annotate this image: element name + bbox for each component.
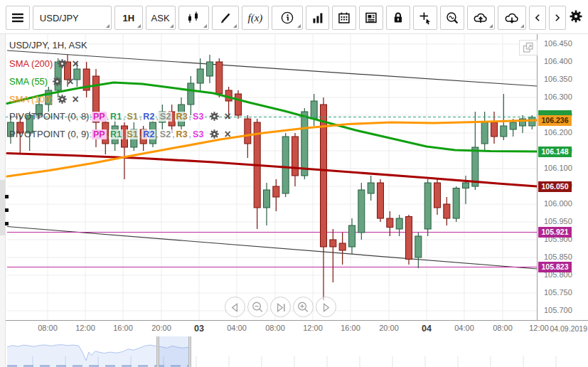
legend-pivotpoint-9: PIVOTPOINT (0, 9) : PP, R1, S1, R2, S2, … xyxy=(9,129,231,139)
symbol-label: USD/JPY xyxy=(40,13,79,23)
zoom-out-icon xyxy=(248,297,267,317)
expand-chart-button[interactable] xyxy=(519,40,538,55)
volume-button[interactable] xyxy=(306,6,330,30)
price-tick-label: 106.000 xyxy=(544,199,572,208)
go-to-end-button[interactable] xyxy=(270,297,291,317)
pivot-token-r3: R3 xyxy=(175,112,189,122)
pivot-token-r2: R2 xyxy=(141,129,156,139)
pan-left-button[interactable] xyxy=(225,297,245,317)
chevron-left-icon xyxy=(534,12,541,23)
range-navigator[interactable] xyxy=(0,336,588,367)
time-tick-label: 08:00 xyxy=(38,324,58,332)
price-chart[interactable] xyxy=(0,34,538,320)
close-icon[interactable]: × xyxy=(224,112,230,121)
axis-date-label: 04.09.2019 xyxy=(550,324,587,333)
price-tick-label: 105.950 xyxy=(544,217,572,225)
price-badge-106.050: 106.050 xyxy=(538,181,572,192)
pivot-token-s2: S2 xyxy=(159,129,172,139)
lock-button[interactable] xyxy=(386,6,410,30)
draw-tools-button[interactable] xyxy=(212,6,239,30)
time-tick-label: 04:00 xyxy=(227,324,247,332)
price-axis[interactable]: 106.450106.400106.350106.300106.250106.2… xyxy=(537,34,588,320)
navigator-handle[interactable] xyxy=(156,336,159,367)
pivot8-tokens: PP, R1, S1, R2, S2, R3, S3 xyxy=(92,112,205,122)
pivot9-label: PIVOTPOINT (0, 9) xyxy=(9,129,89,139)
legend-sma55: SMA (55) × xyxy=(9,76,74,87)
price-tick-label: 105.750 xyxy=(544,288,572,297)
pivot8-label: PIVOTPOINT (0, 8) xyxy=(9,111,89,122)
cloud-download-icon xyxy=(504,11,520,25)
time-tick-label: 12:00 xyxy=(303,324,323,332)
gear-icon[interactable] xyxy=(209,129,220,139)
crosshair-button[interactable] xyxy=(413,6,437,30)
indicators-button[interactable]: f(x) xyxy=(242,6,269,30)
legend-title: USD/JPY, 1H, ASK xyxy=(9,40,87,50)
calendar-button[interactable] xyxy=(332,6,356,30)
navigator-handle[interactable] xyxy=(188,336,191,367)
time-tick-label: 08:00 xyxy=(493,324,513,332)
price-side-select[interactable]: ASK xyxy=(146,6,176,30)
scroll-left-button[interactable] xyxy=(529,6,546,30)
close-icon[interactable]: × xyxy=(72,59,78,68)
zoom-in-button[interactable] xyxy=(293,297,314,317)
news-button[interactable] xyxy=(359,6,383,30)
load-download-button[interactable] xyxy=(498,6,526,30)
settings-button[interactable] xyxy=(569,9,583,26)
chevron-down-icon xyxy=(233,24,237,28)
pivot9-tokens: PP, R1, S1, R2, S2, R3, S3 xyxy=(92,129,205,139)
pivot-token-s2: S2 xyxy=(159,112,172,122)
save-upload-button[interactable] xyxy=(467,6,496,30)
pivot-token-r1: R1 xyxy=(109,112,123,122)
hamburger-icon xyxy=(11,11,25,25)
interval-label: 1H xyxy=(123,13,135,23)
chevron-down-icon xyxy=(137,24,141,28)
time-tick-label: 04 xyxy=(422,324,432,334)
pivot-token-r3: R3 xyxy=(175,129,189,139)
sma55-label: SMA (55) xyxy=(9,76,48,87)
time-tick-label: 08:00 xyxy=(265,324,285,332)
zoom-search-button[interactable] xyxy=(440,6,464,30)
time-axis[interactable]: 04.09.2019 08:0012:0016:0020:000304:0008… xyxy=(0,320,588,336)
gear-icon[interactable] xyxy=(52,76,63,87)
chevron-down-icon xyxy=(520,24,524,28)
toolbar: USD/JPY 1H ASK f(x) xyxy=(6,5,588,31)
pivot-token-pp: PP xyxy=(92,112,107,122)
pivot-token-r1: R1 xyxy=(109,129,123,139)
close-icon[interactable]: × xyxy=(72,95,78,104)
sma200-label: SMA (200) xyxy=(9,58,53,69)
price-tick-label: 106.400 xyxy=(544,57,572,65)
chart-area: USD/JPY, 1H, ASK SMA (200) × SMA (55) × … xyxy=(0,34,588,336)
price-badge-106.236: 106.236 xyxy=(538,115,572,126)
menu-button[interactable] xyxy=(6,6,30,30)
gear-icon[interactable] xyxy=(57,58,68,69)
zoom-in-icon xyxy=(294,297,313,317)
navigator-chart[interactable] xyxy=(0,336,588,367)
price-tick-label: 105.700 xyxy=(544,306,572,314)
news-icon xyxy=(364,11,378,25)
crosshair-icon xyxy=(418,11,432,25)
chart-type-button[interactable] xyxy=(178,6,210,30)
price-tick-label: 106.300 xyxy=(544,92,572,101)
gear-icon[interactable] xyxy=(209,111,220,122)
scroll-right-button[interactable] xyxy=(549,6,566,30)
interval-select[interactable]: 1H xyxy=(114,6,143,30)
pan-right-button[interactable] xyxy=(316,297,336,317)
legend-pivotpoint-8: PIVOTPOINT (0, 8) : PP, R1, S1, R2, S2, … xyxy=(9,111,231,122)
gear-icon[interactable] xyxy=(57,94,68,105)
symbol-select[interactable]: USD/JPY xyxy=(33,6,112,30)
triangle-right-icon xyxy=(316,297,336,317)
pivot-token-s1: S1 xyxy=(126,112,139,122)
time-tick-label: 03 xyxy=(194,324,204,334)
drag-handle-icon[interactable] xyxy=(5,195,9,235)
price-tick-label: 106.450 xyxy=(544,39,572,48)
info-button[interactable] xyxy=(272,6,303,30)
time-tick-label: 04:00 xyxy=(454,324,474,332)
bar-chart-icon xyxy=(311,11,325,25)
candlestick-chart-icon xyxy=(186,11,201,25)
price-badge-105.921: 105.921 xyxy=(538,227,572,238)
close-icon[interactable]: × xyxy=(224,129,230,139)
time-tick-label: 20:00 xyxy=(379,324,399,332)
close-icon[interactable]: × xyxy=(67,77,73,86)
zoom-out-button[interactable] xyxy=(247,297,268,317)
scrollbar-thumb[interactable] xyxy=(0,180,5,235)
